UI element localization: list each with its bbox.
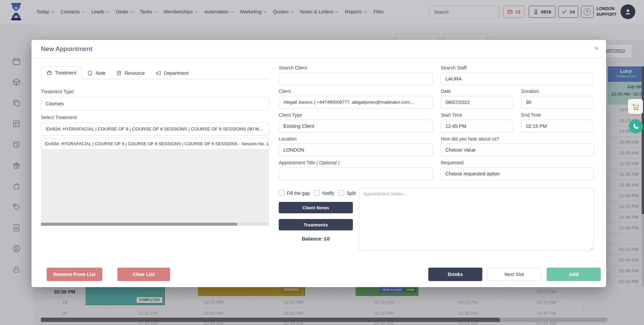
tab-label: Resource [125,70,145,76]
cart-fab[interactable] [628,99,643,114]
date-label: Date [441,88,514,95]
clear-list-button[interactable]: Clear List [117,268,170,281]
date-input[interactable]: 08/07/2022 [441,96,514,109]
start-time-field: Start Time 12:45 PM [441,112,514,132]
start-time-input[interactable]: 12:45 PM [441,120,514,132]
appointment-notes-textarea[interactable] [359,188,594,251]
location-select[interactable]: LONDON [279,144,433,156]
end-time-input[interactable]: 02:15 PM [521,120,594,132]
search-staff-input[interactable]: LAURA [441,72,594,85]
duration-label: Duration [521,88,594,95]
tab-department[interactable]: Department [150,67,194,79]
checkbox-label: Split [346,191,356,196]
briefcase-icon [47,70,52,75]
checkbox-label: Fill the gap [287,191,310,196]
megaphone-icon [156,70,161,76]
client-notes-button[interactable]: Client Notes [279,202,353,213]
search-client-field: Search Client [279,64,433,85]
building-icon [116,70,122,76]
note-icon [87,70,93,76]
client-input[interactable]: Abigail Joness ( +447490009777, abigailj… [279,96,433,109]
client-type-label: Client Type [279,112,433,118]
end-time-label: End Time [521,112,594,118]
search-client-label: Search Client [279,64,433,71]
search-staff-label: Search Staff [441,64,594,71]
client-type-field: Client Type Existing Client [279,112,433,132]
select-treatment-label: Select Treatment: [41,114,78,121]
location-field: Location LONDON [279,136,433,156]
checkbox-label: Notify [322,191,334,196]
end-time-field: End Time 02:15 PM [521,112,594,132]
list-scrollbar-thumb[interactable] [41,223,237,226]
new-appointment-modal: New Appointment × Treatment Note Resourc… [32,40,606,287]
treatment-type-label: Treatment Type: [41,88,75,95]
start-time-label: Start Time [441,112,514,118]
appointment-notes-wrap: ◢ [359,188,594,251]
requested-label: Requested [441,159,594,166]
hear-about-select[interactable]: Choose Value [441,144,594,156]
date-field: Date 08/07/2022 [441,88,514,109]
next-slot-button[interactable]: Next Slot [487,268,541,281]
balance-text: Balance: £0 [279,236,353,241]
tab-label: Treatment [55,70,76,75]
search-client-input[interactable] [279,72,433,85]
fill-the-gap-checkbox[interactable]: Fill the gap [279,190,310,196]
add-button[interactable]: Add [547,268,601,281]
tab-note[interactable]: Note [82,67,111,79]
modal-tabs: Treatment Note Resource Department [41,67,269,79]
treatment-select[interactable]: ID#834: HYDRAFACIAL | COURSE OF 6 | COUR… [41,123,269,136]
duration-field: Duration 90 [521,88,594,109]
notify-checkbox[interactable]: Notify [314,190,334,196]
checkbox-icon[interactable] [314,190,320,196]
close-icon[interactable]: × [594,44,599,53]
client-field: Client Abigail Joness ( +447490009777, a… [279,88,433,109]
tab-resource[interactable]: Resource [111,67,150,79]
treatments-button[interactable]: Treatments [279,219,353,230]
appointment-title-label: Appointment Title ( Optional ) [279,159,433,166]
split-checkbox[interactable]: Split [338,190,356,196]
treatment-type-select[interactable]: Courses [41,97,269,110]
call-fab[interactable] [629,119,643,133]
remove-from-list-button[interactable]: Remove From List [47,268,102,281]
appointment-title-field: Appointment Title ( Optional ) [279,159,433,180]
search-staff-field: Search Staff LAURA [441,64,594,85]
tab-label: Department [164,70,189,76]
checkbox-icon[interactable] [279,190,284,196]
hear-about-field: How did you hear about us? Choose Value [441,136,594,156]
requested-select[interactable]: Choose requested option [441,167,594,180]
modal-header: New Appointment × [32,40,606,58]
tab-label: Note [96,70,106,76]
drinks-button[interactable]: Drinks [428,268,482,281]
appointment-title-input[interactable] [279,167,433,180]
hear-about-label: How did you hear about us? [441,136,594,142]
checkbox-icon[interactable] [338,190,344,196]
treatment-list-area [41,150,269,223]
shopping-cart-icon [631,102,640,111]
client-label: Client [279,88,433,95]
duration-input[interactable]: 90 [521,96,594,109]
phone-call-icon [632,123,640,130]
client-type-select[interactable]: Existing Client [279,120,433,132]
app-canvas: TodayContactsLeadsDealsTasksMembershipsA… [0,0,644,325]
list-scrollbar[interactable] [41,223,269,226]
options-row: Fill the gap Notify Split [279,190,356,196]
tab-treatment[interactable]: Treatment [41,66,82,79]
location-label: Location [279,136,433,142]
requested-field: Requested Choose requested option [441,159,594,180]
modal-title: New Appointment [41,40,92,58]
treatment-list-item[interactable]: ID#834: HYDRAFACIAL | COURSE OF 6 | COUR… [41,138,269,150]
